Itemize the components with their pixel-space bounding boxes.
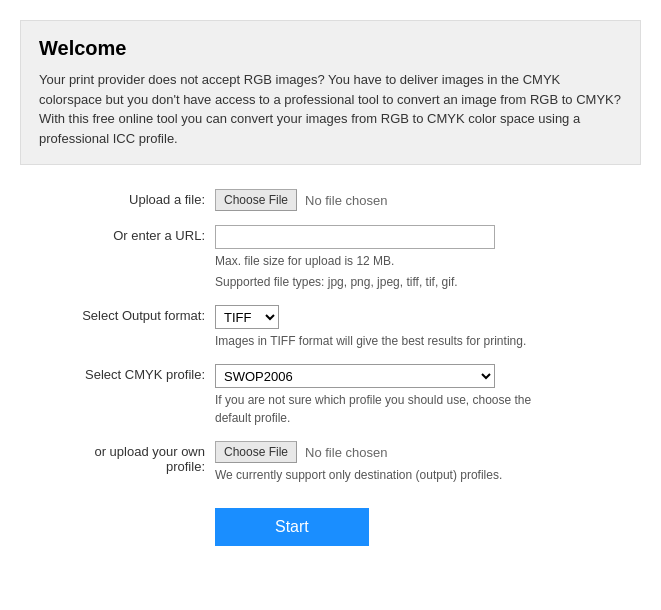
cmyk-profile-select[interactable]: SWOP2006 ISOcoated_v2 EuroscaleCoated US… (215, 364, 495, 388)
no-file-text-1: No file chosen (305, 193, 387, 208)
welcome-line2: With this free online tool you can conve… (39, 111, 580, 146)
welcome-section: Welcome Your print provider does not acc… (20, 20, 641, 165)
welcome-title: Welcome (39, 37, 622, 60)
output-format-select[interactable]: TIFF JPEG PNG (215, 305, 279, 329)
choose-file-button-2[interactable]: Choose File (215, 441, 297, 463)
url-input[interactable] (215, 225, 495, 249)
output-format-row: Select Output format: TIFF JPEG PNG Imag… (30, 305, 641, 350)
file-input-wrapper2: Choose File No file chosen (215, 441, 387, 463)
output-format-content: TIFF JPEG PNG Images in TIFF format will… (215, 305, 641, 350)
upload-file-row: Upload a file: Choose File No file chose… (30, 189, 641, 211)
cmyk-label: Select CMYK profile: (30, 364, 215, 382)
start-button[interactable]: Start (215, 508, 369, 546)
welcome-text: Your print provider does not accept RGB … (39, 70, 622, 148)
no-file-text-2: No file chosen (305, 445, 387, 460)
output-format-hint: Images in TIFF format will give the best… (215, 332, 641, 350)
url-content: Max. file size for upload is 12 MB. Supp… (215, 225, 641, 291)
url-row: Or enter a URL: Max. file size for uploa… (30, 225, 641, 291)
cmyk-profile-row: Select CMYK profile: SWOP2006 ISOcoated_… (30, 364, 641, 427)
own-profile-hint: We currently support only destination (o… (215, 466, 641, 484)
choose-file-button-1[interactable]: Choose File (215, 189, 297, 211)
main-form: Upload a file: Choose File No file chose… (20, 189, 641, 546)
cmyk-content: SWOP2006 ISOcoated_v2 EuroscaleCoated US… (215, 364, 641, 427)
filetype-hint: Supported file types: jpg, png, jpeg, ti… (215, 273, 641, 291)
file-input-wrapper1: Choose File No file chosen (215, 189, 387, 211)
welcome-line1: Your print provider does not accept RGB … (39, 72, 621, 107)
own-profile-label: or upload your ownprofile: (30, 441, 215, 474)
cmyk-hint: If you are not sure which profile you sh… (215, 391, 641, 427)
start-row: Start (30, 498, 641, 546)
own-profile-row: or upload your ownprofile: Choose File N… (30, 441, 641, 484)
output-format-label: Select Output format: (30, 305, 215, 323)
own-profile-content: Choose File No file chosen We currently … (215, 441, 641, 484)
upload-content: Choose File No file chosen (215, 189, 641, 211)
filesize-hint: Max. file size for upload is 12 MB. (215, 252, 641, 270)
url-label: Or enter a URL: (30, 225, 215, 243)
upload-label: Upload a file: (30, 189, 215, 207)
